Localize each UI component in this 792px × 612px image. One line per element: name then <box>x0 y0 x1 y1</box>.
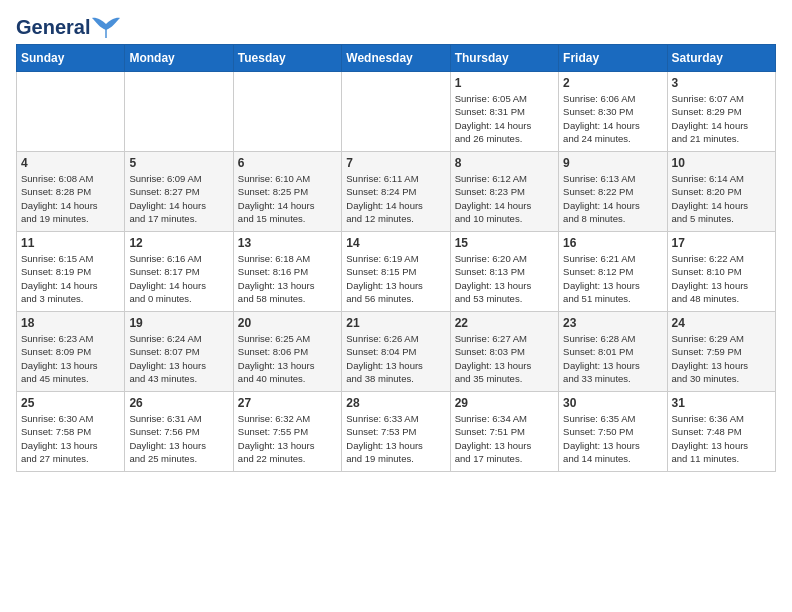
calendar-cell: 29Sunrise: 6:34 AM Sunset: 7:51 PM Dayli… <box>450 392 558 472</box>
day-number: 8 <box>455 156 554 170</box>
day-number: 2 <box>563 76 662 90</box>
day-info: Sunrise: 6:15 AM Sunset: 8:19 PM Dayligh… <box>21 252 120 305</box>
day-info: Sunrise: 6:09 AM Sunset: 8:27 PM Dayligh… <box>129 172 228 225</box>
day-number: 19 <box>129 316 228 330</box>
calendar-cell: 20Sunrise: 6:25 AM Sunset: 8:06 PM Dayli… <box>233 312 341 392</box>
calendar-week-row: 1Sunrise: 6:05 AM Sunset: 8:31 PM Daylig… <box>17 72 776 152</box>
day-number: 29 <box>455 396 554 410</box>
day-number: 5 <box>129 156 228 170</box>
calendar-cell: 23Sunrise: 6:28 AM Sunset: 8:01 PM Dayli… <box>559 312 667 392</box>
calendar-cell: 14Sunrise: 6:19 AM Sunset: 8:15 PM Dayli… <box>342 232 450 312</box>
day-number: 20 <box>238 316 337 330</box>
day-info: Sunrise: 6:24 AM Sunset: 8:07 PM Dayligh… <box>129 332 228 385</box>
day-number: 12 <box>129 236 228 250</box>
day-number: 1 <box>455 76 554 90</box>
day-number: 27 <box>238 396 337 410</box>
day-info: Sunrise: 6:22 AM Sunset: 8:10 PM Dayligh… <box>672 252 771 305</box>
page-header: General <box>16 16 776 34</box>
day-info: Sunrise: 6:35 AM Sunset: 7:50 PM Dayligh… <box>563 412 662 465</box>
day-number: 26 <box>129 396 228 410</box>
calendar-cell: 24Sunrise: 6:29 AM Sunset: 7:59 PM Dayli… <box>667 312 775 392</box>
calendar-cell: 1Sunrise: 6:05 AM Sunset: 8:31 PM Daylig… <box>450 72 558 152</box>
day-info: Sunrise: 6:05 AM Sunset: 8:31 PM Dayligh… <box>455 92 554 145</box>
day-number: 7 <box>346 156 445 170</box>
day-info: Sunrise: 6:26 AM Sunset: 8:04 PM Dayligh… <box>346 332 445 385</box>
day-number: 21 <box>346 316 445 330</box>
calendar-cell: 18Sunrise: 6:23 AM Sunset: 8:09 PM Dayli… <box>17 312 125 392</box>
calendar-cell <box>233 72 341 152</box>
calendar-cell: 26Sunrise: 6:31 AM Sunset: 7:56 PM Dayli… <box>125 392 233 472</box>
calendar-week-row: 18Sunrise: 6:23 AM Sunset: 8:09 PM Dayli… <box>17 312 776 392</box>
calendar-cell: 8Sunrise: 6:12 AM Sunset: 8:23 PM Daylig… <box>450 152 558 232</box>
calendar-cell: 15Sunrise: 6:20 AM Sunset: 8:13 PM Dayli… <box>450 232 558 312</box>
day-info: Sunrise: 6:32 AM Sunset: 7:55 PM Dayligh… <box>238 412 337 465</box>
calendar-cell: 21Sunrise: 6:26 AM Sunset: 8:04 PM Dayli… <box>342 312 450 392</box>
logo-bird-icon <box>92 16 122 38</box>
day-info: Sunrise: 6:14 AM Sunset: 8:20 PM Dayligh… <box>672 172 771 225</box>
day-info: Sunrise: 6:27 AM Sunset: 8:03 PM Dayligh… <box>455 332 554 385</box>
calendar-cell: 27Sunrise: 6:32 AM Sunset: 7:55 PM Dayli… <box>233 392 341 472</box>
day-number: 13 <box>238 236 337 250</box>
day-info: Sunrise: 6:29 AM Sunset: 7:59 PM Dayligh… <box>672 332 771 385</box>
day-info: Sunrise: 6:21 AM Sunset: 8:12 PM Dayligh… <box>563 252 662 305</box>
day-number: 9 <box>563 156 662 170</box>
day-info: Sunrise: 6:31 AM Sunset: 7:56 PM Dayligh… <box>129 412 228 465</box>
calendar-cell: 11Sunrise: 6:15 AM Sunset: 8:19 PM Dayli… <box>17 232 125 312</box>
day-info: Sunrise: 6:07 AM Sunset: 8:29 PM Dayligh… <box>672 92 771 145</box>
day-info: Sunrise: 6:36 AM Sunset: 7:48 PM Dayligh… <box>672 412 771 465</box>
weekday-header-friday: Friday <box>559 45 667 72</box>
day-number: 15 <box>455 236 554 250</box>
day-number: 31 <box>672 396 771 410</box>
day-number: 24 <box>672 316 771 330</box>
day-number: 17 <box>672 236 771 250</box>
calendar-cell: 4Sunrise: 6:08 AM Sunset: 8:28 PM Daylig… <box>17 152 125 232</box>
day-info: Sunrise: 6:20 AM Sunset: 8:13 PM Dayligh… <box>455 252 554 305</box>
day-number: 16 <box>563 236 662 250</box>
calendar-cell: 25Sunrise: 6:30 AM Sunset: 7:58 PM Dayli… <box>17 392 125 472</box>
calendar-cell: 2Sunrise: 6:06 AM Sunset: 8:30 PM Daylig… <box>559 72 667 152</box>
calendar-cell: 28Sunrise: 6:33 AM Sunset: 7:53 PM Dayli… <box>342 392 450 472</box>
calendar-cell <box>17 72 125 152</box>
calendar-cell: 9Sunrise: 6:13 AM Sunset: 8:22 PM Daylig… <box>559 152 667 232</box>
day-number: 22 <box>455 316 554 330</box>
day-info: Sunrise: 6:12 AM Sunset: 8:23 PM Dayligh… <box>455 172 554 225</box>
calendar-cell <box>125 72 233 152</box>
calendar-week-row: 4Sunrise: 6:08 AM Sunset: 8:28 PM Daylig… <box>17 152 776 232</box>
calendar-cell: 30Sunrise: 6:35 AM Sunset: 7:50 PM Dayli… <box>559 392 667 472</box>
calendar-header-row: SundayMondayTuesdayWednesdayThursdayFrid… <box>17 45 776 72</box>
day-number: 11 <box>21 236 120 250</box>
day-number: 4 <box>21 156 120 170</box>
day-info: Sunrise: 6:11 AM Sunset: 8:24 PM Dayligh… <box>346 172 445 225</box>
day-info: Sunrise: 6:18 AM Sunset: 8:16 PM Dayligh… <box>238 252 337 305</box>
weekday-header-monday: Monday <box>125 45 233 72</box>
calendar-cell: 16Sunrise: 6:21 AM Sunset: 8:12 PM Dayli… <box>559 232 667 312</box>
weekday-header-saturday: Saturday <box>667 45 775 72</box>
day-info: Sunrise: 6:34 AM Sunset: 7:51 PM Dayligh… <box>455 412 554 465</box>
calendar-cell <box>342 72 450 152</box>
day-number: 10 <box>672 156 771 170</box>
day-number: 3 <box>672 76 771 90</box>
calendar-cell: 5Sunrise: 6:09 AM Sunset: 8:27 PM Daylig… <box>125 152 233 232</box>
calendar-cell: 7Sunrise: 6:11 AM Sunset: 8:24 PM Daylig… <box>342 152 450 232</box>
calendar-cell: 10Sunrise: 6:14 AM Sunset: 8:20 PM Dayli… <box>667 152 775 232</box>
day-number: 6 <box>238 156 337 170</box>
day-info: Sunrise: 6:30 AM Sunset: 7:58 PM Dayligh… <box>21 412 120 465</box>
day-info: Sunrise: 6:06 AM Sunset: 8:30 PM Dayligh… <box>563 92 662 145</box>
day-number: 25 <box>21 396 120 410</box>
calendar-table: SundayMondayTuesdayWednesdayThursdayFrid… <box>16 44 776 472</box>
weekday-header-tuesday: Tuesday <box>233 45 341 72</box>
weekday-header-wednesday: Wednesday <box>342 45 450 72</box>
calendar-cell: 6Sunrise: 6:10 AM Sunset: 8:25 PM Daylig… <box>233 152 341 232</box>
logo-text: General <box>16 17 90 37</box>
calendar-cell: 17Sunrise: 6:22 AM Sunset: 8:10 PM Dayli… <box>667 232 775 312</box>
day-number: 14 <box>346 236 445 250</box>
weekday-header-thursday: Thursday <box>450 45 558 72</box>
weekday-header-sunday: Sunday <box>17 45 125 72</box>
day-number: 28 <box>346 396 445 410</box>
day-number: 18 <box>21 316 120 330</box>
day-number: 30 <box>563 396 662 410</box>
calendar-cell: 31Sunrise: 6:36 AM Sunset: 7:48 PM Dayli… <box>667 392 775 472</box>
day-number: 23 <box>563 316 662 330</box>
calendar-cell: 22Sunrise: 6:27 AM Sunset: 8:03 PM Dayli… <box>450 312 558 392</box>
day-info: Sunrise: 6:10 AM Sunset: 8:25 PM Dayligh… <box>238 172 337 225</box>
